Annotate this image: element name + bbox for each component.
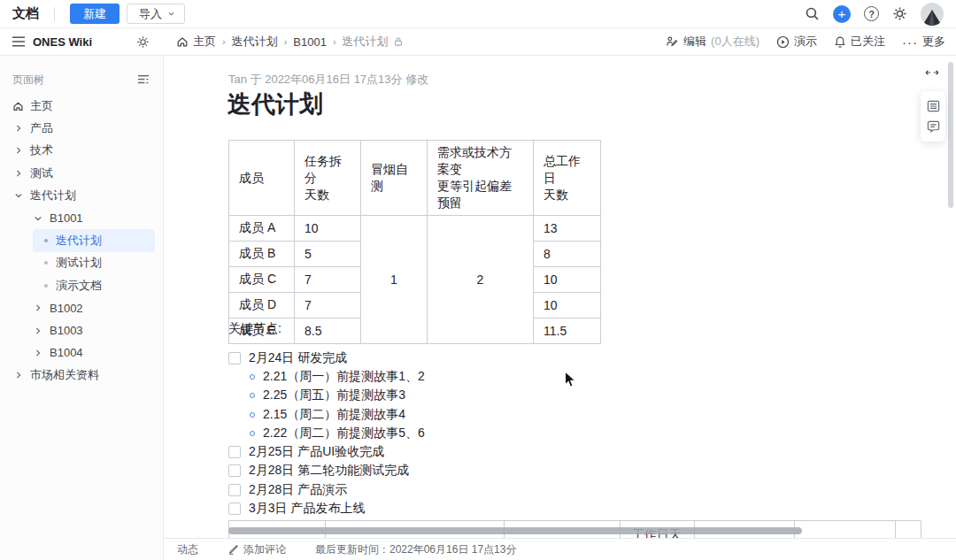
chevron-down-icon <box>14 191 23 200</box>
sidebar-item-test-plan-page[interactable]: 测试计划 <box>0 252 163 274</box>
more-action[interactable]: ··· 更多 <box>902 34 945 50</box>
checklist-item: 2月28日 第二轮功能测试完成 <box>228 462 724 480</box>
subitem-label: 2.21（周一）前提测故事1、2 <box>263 369 425 385</box>
sidebar-item-demo-doc-page[interactable]: 演示文档 <box>0 274 163 296</box>
sidebar-item-b1003[interactable]: B1003 <box>0 319 163 341</box>
checkbox[interactable] <box>228 464 241 477</box>
lock-icon <box>393 36 404 47</box>
avatar[interactable] <box>921 3 944 26</box>
create-icon[interactable]: + <box>833 5 851 23</box>
online-count: (0人在线) <box>711 34 759 50</box>
checklist-label: 2月25日 产品UI验收完成 <box>249 444 384 460</box>
milestones-checklist: 2月24日 研发完成 2.21（周一）前提测故事1、2 2.25（周五）前提测故… <box>228 349 724 518</box>
page-dot-icon <box>44 261 48 265</box>
cell-total-days: 10 <box>534 267 601 293</box>
menu-icon[interactable] <box>12 36 25 47</box>
cell-split-days: 5 <box>295 242 361 267</box>
chevron-right-icon <box>34 326 42 335</box>
pen-icon <box>227 544 239 556</box>
edit-action[interactable]: 编辑 (0人在线) <box>666 34 759 50</box>
checklist-item: 2月24日 研发完成 <box>228 349 724 367</box>
checklist-label: 2月24日 研发完成 <box>249 350 347 366</box>
sidebar-item-product[interactable]: 产品 <box>0 117 163 139</box>
sidebar-item-b1002[interactable]: B1002 <box>0 297 163 319</box>
add-comment-button[interactable]: 添加评论 <box>227 542 286 557</box>
col-header: 成员 <box>229 141 295 216</box>
cell-member: 成员 B <box>229 242 295 267</box>
sidebar-item-label: 产品 <box>30 120 53 136</box>
horizontal-scrollbar[interactable] <box>228 527 802 534</box>
help-icon[interactable]: ? <box>864 6 879 21</box>
expand-width-control[interactable] <box>925 67 939 78</box>
page-title: 迭代计划 <box>227 88 323 120</box>
cell-split-days: 7 <box>295 267 361 293</box>
chevron-right-icon <box>14 146 23 155</box>
sidebar-item-tech[interactable]: 技术 <box>0 140 163 162</box>
subitem-label: 2.15（周二）前提测故事4 <box>263 407 405 423</box>
new-button[interactable]: 新建 <box>70 4 120 24</box>
chevron-right-icon <box>14 371 23 380</box>
cell-member: 成员 D <box>229 293 295 318</box>
outline-icon[interactable] <box>927 100 940 112</box>
col-header: 总工作日 天数 <box>534 141 601 216</box>
checklist-label: 3月3日 产品发布上线 <box>249 501 365 517</box>
cell-member: 成员 C <box>229 267 295 293</box>
checkbox[interactable] <box>228 352 241 364</box>
chevron-right-icon <box>34 349 42 357</box>
checkbox[interactable] <box>228 502 241 515</box>
sidebar-item-label: 迭代计划 <box>56 233 102 249</box>
chevron-right-icon <box>14 169 23 178</box>
sidebar-item-b1004[interactable]: B1004 <box>0 341 163 364</box>
import-button-label: 导入 <box>139 6 162 22</box>
wiki-settings-icon[interactable] <box>136 35 150 49</box>
sidebar-item-label: 主页 <box>30 98 53 114</box>
import-button[interactable]: 导入 <box>127 4 185 24</box>
divider <box>54 7 55 21</box>
search-icon[interactable] <box>805 6 820 21</box>
wiki-toolbar: ONES Wiki 主页 › 迭代计划 › B1001 › 迭代计划 编辑 (0… <box>0 28 956 56</box>
sidebar-item-label: 迭代计划 <box>30 188 76 203</box>
last-modified-byline: Tan 于 2022年06月16日 17点13分 修改 <box>228 72 428 88</box>
sidebar-item-label: 测试 <box>30 165 53 181</box>
breadcrumb-home[interactable]: 主页 <box>176 34 216 50</box>
sidebar-item-market-materials[interactable]: 市场相关资料 <box>0 364 163 387</box>
chevron-right-icon <box>34 303 42 312</box>
comment-icon[interactable] <box>927 120 940 133</box>
tree-sort-icon[interactable] <box>137 74 150 86</box>
sidebar-item-test[interactable]: 测试 <box>0 162 163 184</box>
breadcrumb-item[interactable]: B1001 <box>293 35 327 49</box>
cell-total-days: 11.5 <box>534 318 601 344</box>
breadcrumb-item[interactable]: 迭代计划 <box>232 34 278 50</box>
checklist-item: 2月28日 产品演示 <box>228 480 724 499</box>
checkbox[interactable] <box>228 446 241 458</box>
cell-total-days: 8 <box>534 242 601 267</box>
last-updated-text: 最后更新时间：2022年06月16日 17点13分 <box>315 542 516 557</box>
breadcrumb: 主页 › 迭代计划 › B1001 › 迭代计划 <box>176 34 404 50</box>
add-comment-label: 添加评论 <box>243 542 286 557</box>
chevron-down-icon <box>167 10 175 18</box>
home-icon <box>12 100 24 112</box>
breadcrumb-separator: › <box>222 36 226 47</box>
cell-split-days: 7 <box>295 293 361 318</box>
app-title: 文档 <box>12 5 39 22</box>
bullet-circle-icon <box>250 374 255 380</box>
present-action[interactable]: 演示 <box>776 34 817 50</box>
breadcrumb-separator: › <box>284 36 288 47</box>
milestones-heading: 关键节点: <box>228 321 281 337</box>
top-app-bar: 文档 新建 导入 + ? <box>0 0 956 28</box>
sidebar-item-b1001[interactable]: B1001 <box>0 207 163 229</box>
activity-button[interactable]: 动态 <box>177 542 198 557</box>
table-header-row: 成员 任务拆分 天数 冒烟自测 需求或技术方案变 更等引起偏差预留 总工作日 天… <box>229 141 601 216</box>
follow-action[interactable]: 已关注 <box>834 34 885 50</box>
sidebar-item-home[interactable]: 主页 <box>0 95 163 117</box>
play-circle-icon <box>776 35 790 49</box>
chevron-down-icon <box>34 214 42 223</box>
checkbox[interactable] <box>228 484 241 496</box>
col-header: 冒烟自测 <box>361 141 428 216</box>
sidebar-item-iteration-plan[interactable]: 迭代计划 <box>0 185 163 207</box>
product-name: ONES Wiki <box>33 35 92 49</box>
settings-icon[interactable] <box>892 6 907 21</box>
chevron-right-icon <box>14 124 23 133</box>
vertical-scrollbar[interactable] <box>948 62 953 208</box>
sidebar-item-iteration-plan-page[interactable]: 迭代计划 <box>33 229 155 251</box>
